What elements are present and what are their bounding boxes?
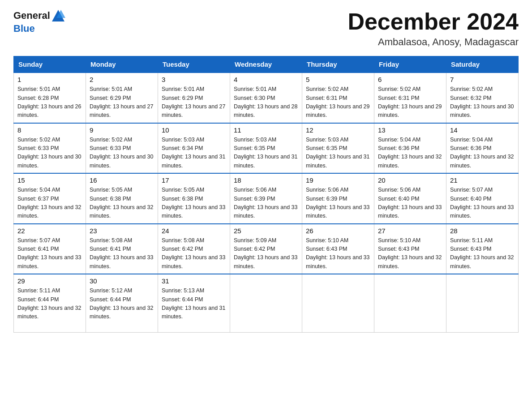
title-area: December 2024 Ambalasoa, Anosy, Madagasc… <box>348 9 519 48</box>
table-row: 30 Sunrise: 5:12 AM Sunset: 6:44 PM Dayl… <box>86 274 158 332</box>
table-row: 28 Sunrise: 5:11 AM Sunset: 6:43 PM Dayl… <box>446 224 519 274</box>
table-row: 26 Sunrise: 5:10 AM Sunset: 6:43 PM Dayl… <box>302 224 374 274</box>
table-row: 1 Sunrise: 5:01 AM Sunset: 6:28 PM Dayli… <box>14 73 86 123</box>
table-row: 22 Sunrise: 5:07 AM Sunset: 6:41 PM Dayl… <box>14 224 86 274</box>
day-info: Sunrise: 5:11 AM Sunset: 6:44 PM Dayligh… <box>17 287 82 321</box>
table-row: 15 Sunrise: 5:04 AM Sunset: 6:37 PM Dayl… <box>14 173 86 224</box>
header-monday: Monday <box>86 56 158 73</box>
table-row: 20 Sunrise: 5:06 AM Sunset: 6:40 PM Dayl… <box>374 173 446 224</box>
day-number: 19 <box>306 176 370 184</box>
table-row: 5 Sunrise: 5:02 AM Sunset: 6:31 PM Dayli… <box>302 73 374 123</box>
day-number: 7 <box>450 76 515 83</box>
day-info: Sunrise: 5:04 AM Sunset: 6:37 PM Dayligh… <box>17 186 82 221</box>
calendar-week-row: 22 Sunrise: 5:07 AM Sunset: 6:41 PM Dayl… <box>14 224 519 274</box>
day-info: Sunrise: 5:11 AM Sunset: 6:43 PM Dayligh… <box>450 236 515 271</box>
page-header: General Blue December 2024 Ambalasoa, An… <box>13 9 519 48</box>
day-info: Sunrise: 5:02 AM Sunset: 6:33 PM Dayligh… <box>17 136 82 171</box>
table-row: 3 Sunrise: 5:01 AM Sunset: 6:29 PM Dayli… <box>158 73 230 123</box>
day-info: Sunrise: 5:09 AM Sunset: 6:42 PM Dayligh… <box>234 236 298 271</box>
calendar-header-row: Sunday Monday Tuesday Wednesday Thursday… <box>14 56 519 73</box>
calendar-week-row: 15 Sunrise: 5:04 AM Sunset: 6:37 PM Dayl… <box>14 173 519 224</box>
day-info: Sunrise: 5:10 AM Sunset: 6:43 PM Dayligh… <box>378 236 442 271</box>
day-number: 14 <box>450 126 515 134</box>
day-info: Sunrise: 5:05 AM Sunset: 6:38 PM Dayligh… <box>90 186 154 221</box>
day-info: Sunrise: 5:04 AM Sunset: 6:36 PM Dayligh… <box>450 136 515 171</box>
table-row: 12 Sunrise: 5:03 AM Sunset: 6:35 PM Dayl… <box>302 123 374 174</box>
day-number: 15 <box>17 176 82 184</box>
day-info: Sunrise: 5:03 AM Sunset: 6:35 PM Dayligh… <box>234 136 298 171</box>
day-number: 18 <box>234 176 298 184</box>
table-row: 18 Sunrise: 5:06 AM Sunset: 6:39 PM Dayl… <box>230 173 302 224</box>
day-number: 28 <box>450 227 515 235</box>
day-number: 23 <box>90 227 154 235</box>
day-info: Sunrise: 5:03 AM Sunset: 6:34 PM Dayligh… <box>162 136 226 171</box>
header-wednesday: Wednesday <box>230 56 302 73</box>
table-row: 24 Sunrise: 5:08 AM Sunset: 6:42 PM Dayl… <box>158 224 230 274</box>
day-number: 25 <box>234 227 298 235</box>
day-info: Sunrise: 5:02 AM Sunset: 6:31 PM Dayligh… <box>378 85 442 120</box>
day-info: Sunrise: 5:06 AM Sunset: 6:39 PM Dayligh… <box>306 186 370 221</box>
table-row: 11 Sunrise: 5:03 AM Sunset: 6:35 PM Dayl… <box>230 123 302 174</box>
header-friday: Friday <box>374 56 446 73</box>
day-number: 12 <box>306 126 370 134</box>
day-info: Sunrise: 5:01 AM Sunset: 6:29 PM Dayligh… <box>162 85 226 120</box>
day-info: Sunrise: 5:07 AM Sunset: 6:40 PM Dayligh… <box>450 186 515 221</box>
day-number: 26 <box>306 227 370 235</box>
day-number: 5 <box>306 76 370 83</box>
calendar-table: Sunday Monday Tuesday Wednesday Thursday… <box>13 56 519 333</box>
table-row: 2 Sunrise: 5:01 AM Sunset: 6:29 PM Dayli… <box>86 73 158 123</box>
day-number: 29 <box>17 277 82 285</box>
day-info: Sunrise: 5:10 AM Sunset: 6:43 PM Dayligh… <box>306 236 370 271</box>
header-saturday: Saturday <box>446 56 519 73</box>
month-year-title: December 2024 <box>348 9 519 34</box>
day-number: 21 <box>450 176 515 184</box>
day-info: Sunrise: 5:04 AM Sunset: 6:36 PM Dayligh… <box>378 136 442 171</box>
day-info: Sunrise: 5:01 AM Sunset: 6:28 PM Dayligh… <box>17 85 82 120</box>
calendar-week-row: 29 Sunrise: 5:11 AM Sunset: 6:44 PM Dayl… <box>14 274 519 332</box>
header-sunday: Sunday <box>14 56 86 73</box>
header-tuesday: Tuesday <box>158 56 230 73</box>
logo: General Blue <box>13 9 65 34</box>
day-number: 30 <box>90 277 154 285</box>
day-number: 16 <box>90 176 154 184</box>
table-row: 21 Sunrise: 5:07 AM Sunset: 6:40 PM Dayl… <box>446 173 519 224</box>
table-row <box>446 274 519 332</box>
table-row: 4 Sunrise: 5:01 AM Sunset: 6:30 PM Dayli… <box>230 73 302 123</box>
day-info: Sunrise: 5:02 AM Sunset: 6:33 PM Dayligh… <box>90 136 154 171</box>
table-row: 19 Sunrise: 5:06 AM Sunset: 6:39 PM Dayl… <box>302 173 374 224</box>
day-info: Sunrise: 5:01 AM Sunset: 6:29 PM Dayligh… <box>90 85 154 120</box>
table-row: 29 Sunrise: 5:11 AM Sunset: 6:44 PM Dayl… <box>14 274 86 332</box>
day-number: 2 <box>90 76 154 83</box>
calendar-body: 1 Sunrise: 5:01 AM Sunset: 6:28 PM Dayli… <box>14 73 519 332</box>
day-info: Sunrise: 5:13 AM Sunset: 6:44 PM Dayligh… <box>162 287 226 321</box>
location-subtitle: Ambalasoa, Anosy, Madagascar <box>348 36 519 48</box>
table-row: 8 Sunrise: 5:02 AM Sunset: 6:33 PM Dayli… <box>14 123 86 174</box>
day-info: Sunrise: 5:01 AM Sunset: 6:30 PM Dayligh… <box>234 85 298 120</box>
table-row: 9 Sunrise: 5:02 AM Sunset: 6:33 PM Dayli… <box>86 123 158 174</box>
day-number: 31 <box>162 277 226 285</box>
day-number: 22 <box>17 227 82 235</box>
table-row: 14 Sunrise: 5:04 AM Sunset: 6:36 PM Dayl… <box>446 123 519 174</box>
day-number: 13 <box>378 126 442 134</box>
table-row: 7 Sunrise: 5:02 AM Sunset: 6:32 PM Dayli… <box>446 73 519 123</box>
calendar-week-row: 1 Sunrise: 5:01 AM Sunset: 6:28 PM Dayli… <box>14 73 519 123</box>
day-number: 8 <box>17 126 82 134</box>
day-info: Sunrise: 5:07 AM Sunset: 6:41 PM Dayligh… <box>17 236 82 271</box>
table-row: 6 Sunrise: 5:02 AM Sunset: 6:31 PM Dayli… <box>374 73 446 123</box>
table-row: 10 Sunrise: 5:03 AM Sunset: 6:34 PM Dayl… <box>158 123 230 174</box>
calendar-week-row: 8 Sunrise: 5:02 AM Sunset: 6:33 PM Dayli… <box>14 123 519 174</box>
day-number: 17 <box>162 176 226 184</box>
day-info: Sunrise: 5:02 AM Sunset: 6:32 PM Dayligh… <box>450 85 515 120</box>
table-row: 16 Sunrise: 5:05 AM Sunset: 6:38 PM Dayl… <box>86 173 158 224</box>
day-info: Sunrise: 5:12 AM Sunset: 6:44 PM Dayligh… <box>90 287 154 321</box>
day-number: 24 <box>162 227 226 235</box>
day-number: 11 <box>234 126 298 134</box>
day-number: 9 <box>90 126 154 134</box>
table-row: 31 Sunrise: 5:13 AM Sunset: 6:44 PM Dayl… <box>158 274 230 332</box>
day-info: Sunrise: 5:06 AM Sunset: 6:39 PM Dayligh… <box>234 186 298 221</box>
day-number: 4 <box>234 76 298 83</box>
table-row: 17 Sunrise: 5:05 AM Sunset: 6:38 PM Dayl… <box>158 173 230 224</box>
day-number: 10 <box>162 126 226 134</box>
table-row: 27 Sunrise: 5:10 AM Sunset: 6:43 PM Dayl… <box>374 224 446 274</box>
table-row: 25 Sunrise: 5:09 AM Sunset: 6:42 PM Dayl… <box>230 224 302 274</box>
